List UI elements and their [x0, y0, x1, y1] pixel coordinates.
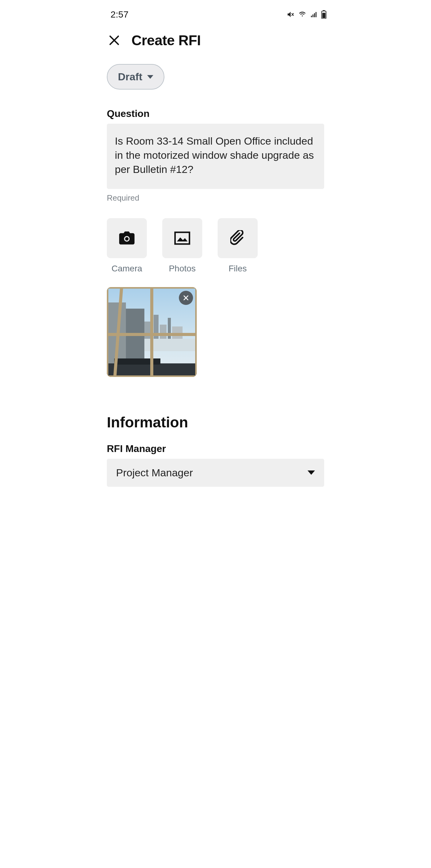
information-heading: Information	[107, 414, 324, 431]
svg-rect-16	[168, 318, 171, 339]
photos-label: Photos	[169, 264, 196, 274]
camera-action: Camera	[107, 218, 147, 274]
chevron-down-icon	[147, 75, 153, 79]
form-body: Draft Question Is Room 33-14 Small Open …	[96, 58, 335, 487]
close-button[interactable]	[107, 33, 122, 48]
header: Create RFI	[96, 23, 335, 58]
svg-rect-2	[314, 13, 315, 17]
photos-button[interactable]	[162, 218, 202, 258]
status-dropdown[interactable]: Draft	[107, 64, 164, 90]
wifi-icon	[298, 11, 307, 18]
attachment-thumbnails	[107, 287, 324, 377]
files-action: Files	[218, 218, 258, 274]
question-text: Is Room 33-14 Small Open Office included…	[115, 134, 316, 177]
status-bar: 2:57	[96, 0, 335, 23]
rfi-manager-value: Project Manager	[116, 467, 193, 479]
question-helper: Required	[107, 193, 324, 203]
svg-point-10	[125, 237, 128, 240]
svg-rect-3	[316, 12, 316, 17]
chevron-down-icon	[308, 470, 315, 475]
svg-rect-1	[313, 14, 313, 17]
question-label: Question	[107, 108, 324, 119]
attachment-actions: Camera Photos Files	[107, 218, 324, 274]
close-icon	[108, 34, 120, 46]
svg-rect-19	[123, 309, 144, 367]
rfi-manager-select[interactable]: Project Manager	[107, 459, 324, 487]
camera-icon	[119, 231, 135, 245]
battery-icon	[321, 10, 327, 19]
screen: 2:57 Create RFI	[96, 0, 335, 499]
page-title: Create RFI	[132, 32, 201, 49]
attachment-thumbnail[interactable]	[107, 287, 197, 377]
status-label: Draft	[118, 71, 142, 83]
svg-rect-6	[322, 12, 325, 18]
remove-attachment-button[interactable]	[179, 291, 193, 305]
photos-action: Photos	[162, 218, 202, 274]
files-button[interactable]	[218, 218, 258, 258]
mute-icon	[287, 10, 295, 19]
svg-rect-11	[175, 232, 190, 244]
signal-icon	[310, 11, 318, 18]
paperclip-icon	[230, 230, 245, 246]
photo-icon	[174, 231, 190, 245]
svg-rect-15	[160, 324, 167, 339]
camera-label: Camera	[111, 264, 142, 274]
question-input[interactable]: Is Room 33-14 Small Open Office included…	[107, 124, 324, 189]
files-label: Files	[228, 264, 247, 274]
svg-rect-22	[114, 359, 161, 365]
rfi-manager-label: RFI Manager	[107, 443, 324, 455]
close-icon	[182, 294, 189, 301]
camera-button[interactable]	[107, 218, 147, 258]
svg-rect-18	[141, 339, 197, 351]
status-icons	[287, 10, 327, 19]
status-time: 2:57	[111, 9, 128, 20]
svg-rect-0	[311, 16, 312, 17]
